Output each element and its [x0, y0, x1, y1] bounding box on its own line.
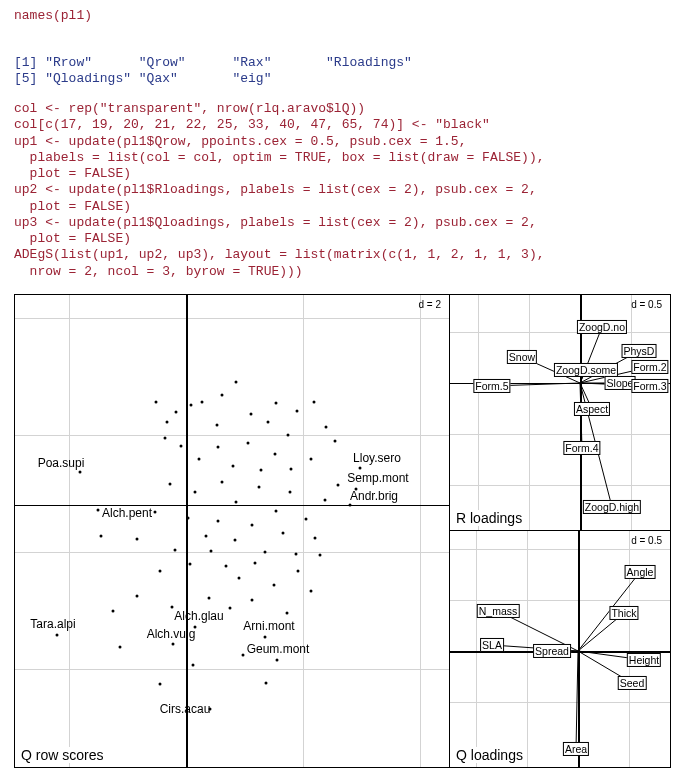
scatter-point: [192, 663, 195, 666]
scatter-point: [250, 412, 253, 415]
scatter-point: [175, 410, 178, 413]
scatter-point: [258, 485, 261, 488]
grid: [15, 295, 449, 767]
scatter-point: [221, 480, 224, 483]
scatter-point: [275, 509, 278, 512]
scatter-point: [198, 457, 201, 460]
scatter-point: [337, 483, 340, 486]
scatter-point: [155, 400, 158, 403]
scatter-point: [234, 538, 237, 541]
scatter-point: [289, 490, 292, 493]
scatter-point: [217, 519, 220, 522]
r-loadings-plot: d = 0.5 R loadings ZoogD.noSnowPhysDForm…: [450, 295, 670, 532]
scatter-point: [238, 576, 241, 579]
scatter-point: [349, 503, 352, 506]
scatter-point: [187, 516, 190, 519]
loading-label: PhysD: [622, 344, 657, 358]
scatter-point: [171, 605, 174, 608]
scatter-point: [100, 534, 103, 537]
loading-label: N_mass: [477, 604, 520, 618]
scatter-point: [154, 510, 157, 513]
scatter-point: [221, 393, 224, 396]
scatter-point: [254, 561, 257, 564]
scatter-point: [232, 464, 235, 467]
x-axis: [15, 505, 449, 507]
plot-subtitle: Q row scores: [21, 747, 103, 763]
scatter-point: [136, 594, 139, 597]
r-input-2: col <- rep("transparent", nrow(rlq.aravo…: [14, 101, 671, 280]
loading-label: Angle: [625, 565, 656, 579]
scatter-point: [319, 553, 322, 556]
point-label: Semp.mont: [347, 471, 408, 485]
point-label: Andr.brig: [350, 489, 398, 503]
plot-subtitle: Q loadings: [456, 747, 523, 763]
scatter-point: [296, 409, 299, 412]
scatter-point: [325, 425, 328, 428]
svg-line-18: [576, 651, 578, 749]
point-label: Arni.mont: [243, 619, 294, 633]
loading-label: ZoogD.high: [583, 500, 641, 514]
scatter-point: [251, 598, 254, 601]
scatter-point: [359, 466, 362, 469]
scatter-point: [97, 508, 100, 511]
point-label: Alch.vulg: [147, 627, 196, 641]
scatter-point: [190, 403, 193, 406]
scatter-point: [189, 562, 192, 565]
d-label: d = 0.5: [631, 535, 662, 546]
loading-label: Height: [627, 653, 661, 667]
scatter-point: [172, 642, 175, 645]
scatter-point: [310, 457, 313, 460]
scatter-point: [297, 569, 300, 572]
scatter-point: [210, 549, 213, 552]
loading-label: Spread: [533, 644, 571, 658]
scatter-point: [56, 633, 59, 636]
scatter-point: [235, 380, 238, 383]
scatter-point: [264, 550, 267, 553]
scatter-point: [164, 436, 167, 439]
d-label: d = 0.5: [631, 299, 662, 310]
point-label: Tara.alpi: [30, 617, 75, 631]
scatter-point: [112, 609, 115, 612]
scatter-point: [310, 589, 313, 592]
scatter-point: [295, 552, 298, 555]
point-label: Lloy.sero: [353, 451, 401, 465]
scatter-point: [305, 517, 308, 520]
d-label: d = 2: [418, 299, 441, 310]
scatter-point: [194, 490, 197, 493]
loading-label: Form.3: [631, 379, 668, 393]
scatter-point: [273, 583, 276, 586]
scatter-point: [313, 400, 316, 403]
loading-label: ZoogD.some: [554, 363, 618, 377]
scatter-point: [287, 433, 290, 436]
scatter-point: [275, 401, 278, 404]
point-label: Alch.pent: [102, 506, 152, 520]
loading-label: Form.5: [473, 379, 510, 393]
loading-label: Seed: [618, 676, 647, 690]
scatter-point: [251, 523, 254, 526]
scatter-point: [260, 468, 263, 471]
scatter-point: [276, 658, 279, 661]
scatter-point: [166, 420, 169, 423]
loading-label: Area: [563, 742, 589, 756]
scatter-point: [242, 653, 245, 656]
scatter-point: [290, 467, 293, 470]
scatter-point: [79, 470, 82, 473]
scatter-point: [314, 536, 317, 539]
q-loadings-plot: d = 0.5 Q loadings AngleN_massThickSLASp…: [450, 531, 670, 767]
scatter-point: [169, 482, 172, 485]
loading-label: SLA: [480, 638, 504, 652]
scatter-point: [225, 564, 228, 567]
loading-label: Thick: [609, 606, 638, 620]
scatter-point: [264, 635, 267, 638]
loading-label: Snow: [507, 350, 537, 364]
scatter-point: [217, 445, 220, 448]
scatter-point: [216, 423, 219, 426]
q-row-scores-plot: d = 2 Q row scores Poa.supiLloy.seroSemp…: [15, 295, 450, 767]
scatter-point: [159, 682, 162, 685]
arrows: [450, 295, 670, 531]
plot-subtitle: R loadings: [456, 510, 522, 526]
scatter-point: [119, 645, 122, 648]
scatter-point: [274, 452, 277, 455]
scatter-point: [334, 439, 337, 442]
scatter-point: [208, 596, 211, 599]
